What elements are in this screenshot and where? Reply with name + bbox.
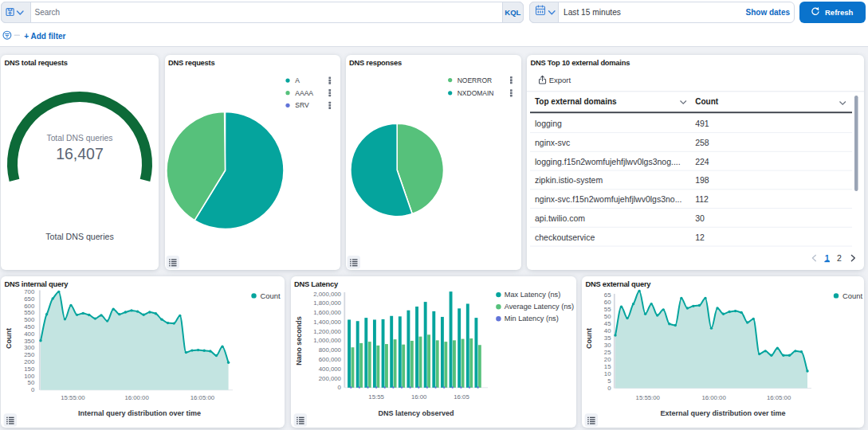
svg-text:1,600,000: 1,600,000	[313, 309, 341, 316]
svg-text:External query distribution ov: External query distribution over time	[660, 409, 785, 417]
svg-text:A: A	[295, 76, 300, 84]
svg-text:112: 112	[695, 194, 709, 204]
svg-text:nginx-svc.f15n2womfujehfjlwv0l: nginx-svc.f15n2womfujehfjlwv0lgs3no...	[535, 194, 681, 204]
svg-text:2: 2	[837, 253, 842, 263]
svg-text:api.twilio.com: api.twilio.com	[535, 213, 585, 223]
svg-text:15:55:00: 15:55:00	[61, 394, 85, 401]
svg-text:500: 500	[24, 316, 35, 323]
svg-text:Internal query distribution ov: Internal query distribution over time	[78, 409, 201, 417]
svg-text:Count: Count	[261, 291, 281, 300]
svg-text:60: 60	[604, 299, 611, 306]
svg-text:16:05:00: 16:05:00	[190, 394, 215, 401]
svg-text:350: 350	[24, 338, 35, 345]
svg-text:0: 0	[607, 385, 611, 392]
svg-text:NOERROR: NOERROR	[457, 76, 491, 84]
svg-text:224: 224	[695, 157, 709, 166]
svg-text:logging: logging	[535, 119, 562, 128]
svg-text:zipkin.istio-system: zipkin.istio-system	[535, 175, 603, 185]
svg-text:Top external domains: Top external domains	[535, 97, 617, 106]
svg-text:20: 20	[604, 356, 611, 363]
svg-text:nginx-svc: nginx-svc	[535, 138, 570, 147]
svg-text:45: 45	[604, 320, 611, 327]
svg-text:300: 300	[24, 344, 35, 351]
svg-text:logging.f15n2womfujehfjlwv0lgs: logging.f15n2womfujehfjlwv0lgs3nog....	[535, 157, 681, 166]
svg-text:Max Latency (ns): Max Latency (ns)	[504, 291, 560, 299]
svg-text:16,407: 16,407	[56, 145, 104, 162]
svg-text:55: 55	[604, 306, 611, 313]
svg-text:checkoutservice: checkoutservice	[535, 233, 595, 242]
svg-text:1,400,000: 1,400,000	[313, 319, 341, 326]
svg-text:Count: Count	[585, 328, 593, 349]
svg-text:Nano seconds: Nano seconds	[295, 316, 303, 366]
svg-text:Count: Count	[695, 97, 719, 106]
svg-text:15: 15	[604, 363, 611, 370]
svg-text:16:05: 16:05	[454, 393, 469, 401]
svg-text:Min Latency (ns): Min Latency (ns)	[504, 315, 558, 322]
svg-text:16:00:00: 16:00:00	[124, 394, 149, 401]
svg-text:50: 50	[28, 379, 35, 386]
svg-text:150: 150	[24, 366, 35, 373]
svg-text:Refresh: Refresh	[825, 8, 854, 17]
svg-text:Total DNS queries: Total DNS queries	[47, 134, 113, 143]
svg-text:+ Add filter: + Add filter	[24, 32, 65, 41]
svg-text:200: 200	[24, 358, 35, 366]
svg-text:200,000: 200,000	[318, 375, 341, 382]
svg-text:NXDOMAIN: NXDOMAIN	[457, 89, 493, 97]
svg-text:40: 40	[604, 327, 611, 334]
svg-text:Show dates: Show dates	[746, 8, 791, 17]
svg-text:65: 65	[604, 291, 611, 299]
svg-text:100: 100	[24, 373, 35, 380]
svg-text:30: 30	[695, 213, 705, 223]
svg-text:400: 400	[24, 330, 35, 338]
svg-text:16:00: 16:00	[410, 393, 426, 401]
svg-text:1,200,000: 1,200,000	[313, 328, 341, 335]
svg-text:1,800,000: 1,800,000	[313, 299, 341, 307]
svg-text:400,000: 400,000	[318, 366, 341, 373]
svg-text:450: 450	[24, 323, 35, 330]
svg-text:50: 50	[604, 313, 611, 320]
svg-text:Average Latency (ns): Average Latency (ns)	[504, 303, 573, 311]
svg-text:10: 10	[604, 370, 611, 377]
svg-text:600: 600	[24, 303, 35, 310]
svg-text:600,000: 600,000	[318, 356, 341, 363]
svg-text:DNS latency observed: DNS latency observed	[378, 409, 454, 417]
svg-text:198: 198	[695, 175, 709, 185]
svg-text:491: 491	[695, 119, 709, 128]
svg-text:5: 5	[607, 377, 611, 385]
svg-text:650: 650	[24, 295, 35, 303]
svg-text:800,000: 800,000	[318, 346, 341, 354]
svg-text:Export: Export	[549, 76, 571, 84]
svg-text:16:05:00: 16:05:00	[767, 394, 791, 401]
svg-text:0: 0	[31, 386, 35, 393]
svg-text:Count: Count	[842, 291, 862, 300]
svg-text:Count: Count	[5, 328, 13, 349]
svg-text:AAAA: AAAA	[295, 89, 313, 97]
svg-text:KQL: KQL	[505, 8, 520, 17]
svg-text:2,000,000: 2,000,000	[313, 291, 341, 298]
svg-text:0: 0	[337, 384, 341, 391]
svg-text:30: 30	[604, 342, 611, 349]
svg-text:16:00:00: 16:00:00	[701, 394, 726, 401]
svg-text:700: 700	[24, 288, 35, 295]
svg-text:SRV: SRV	[295, 101, 309, 109]
svg-text:Search: Search	[35, 8, 61, 17]
svg-text:258: 258	[695, 138, 709, 147]
svg-text:550: 550	[24, 309, 35, 316]
svg-text:1,000,000: 1,000,000	[313, 337, 341, 344]
svg-text:12: 12	[695, 233, 705, 242]
svg-text:Total DNS queries: Total DNS queries	[45, 232, 113, 241]
svg-text:25: 25	[604, 349, 611, 356]
svg-text:250: 250	[24, 351, 35, 358]
svg-text:Last 15 minutes: Last 15 minutes	[564, 8, 621, 17]
svg-text:15:55: 15:55	[368, 393, 384, 401]
svg-text:15:55:00: 15:55:00	[636, 394, 661, 401]
svg-text:35: 35	[604, 334, 611, 342]
